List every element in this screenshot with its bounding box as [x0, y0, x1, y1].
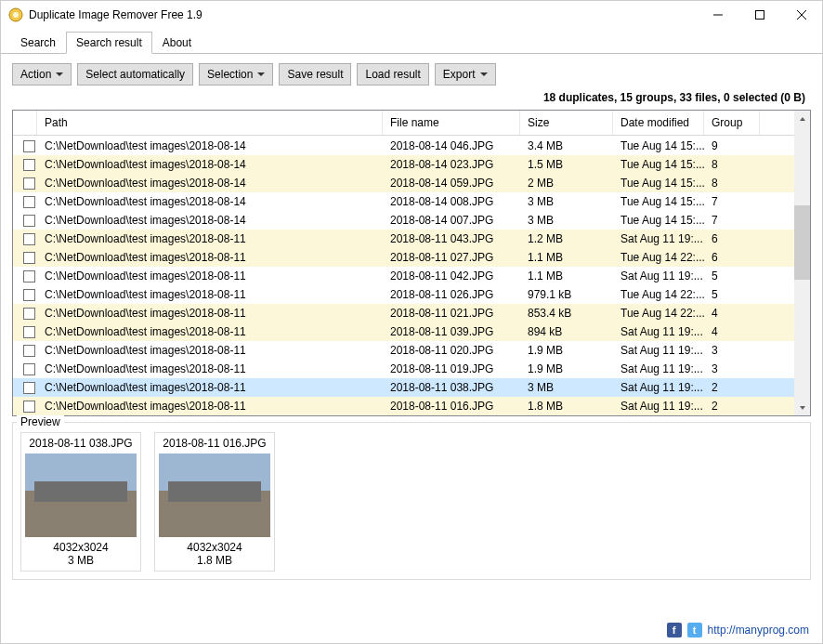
cell-group: 4 [704, 323, 760, 340]
cell-filename: 2018-08-11 019.JPG [383, 361, 520, 377]
svg-rect-3 [755, 11, 764, 20]
cell-group: 2 [704, 398, 760, 414]
table-row[interactable]: C:\NetDownload\test images\2018-08-14201… [13, 192, 794, 211]
scroll-thumb[interactable] [794, 205, 810, 280]
table-row[interactable]: C:\NetDownload\test images\2018-08-11201… [13, 248, 794, 267]
cell-size: 3 MB [520, 379, 613, 396]
row-checkbox[interactable] [23, 177, 35, 190]
cell-size: 3 MB [520, 212, 613, 229]
action-button[interactable]: Action [12, 63, 72, 85]
col-date[interactable]: Date modified [613, 111, 704, 135]
cell-group: 3 [704, 361, 760, 377]
row-checkbox[interactable] [23, 308, 35, 320]
cell-filename: 2018-08-14 008.JPG [383, 193, 520, 210]
table-row[interactable]: C:\NetDownload\test images\2018-08-11201… [13, 304, 794, 322]
cell-size: 1.8 MB [520, 398, 613, 414]
cell-size: 1.5 MB [520, 156, 613, 173]
svg-point-1 [13, 12, 19, 18]
row-checkbox[interactable] [23, 252, 35, 264]
tab-search-result[interactable]: Search result [66, 32, 152, 54]
maximize-button[interactable] [738, 2, 780, 29]
footer: f t http://manyprog.com [667, 623, 809, 637]
row-checkbox[interactable] [23, 140, 35, 152]
scrollbar[interactable] [794, 111, 810, 415]
cell-path: C:\NetDownload\test images\2018-08-11 [37, 342, 383, 359]
table-row[interactable]: C:\NetDownload\test images\2018-08-11201… [13, 397, 794, 415]
cell-path: C:\NetDownload\test images\2018-08-11 [37, 361, 383, 377]
scroll-track[interactable] [794, 126, 810, 400]
table-row[interactable]: C:\NetDownload\test images\2018-08-14201… [13, 155, 794, 174]
cell-group: 8 [704, 175, 760, 191]
close-button[interactable] [780, 2, 822, 29]
cell-date: Sat Aug 11 19:... [613, 230, 704, 247]
row-checkbox[interactable] [23, 233, 35, 245]
preview-thumb[interactable]: 2018-08-11 038.JPG4032x30243 MB [20, 432, 141, 572]
cell-group: 6 [704, 249, 760, 266]
cell-path: C:\NetDownload\test images\2018-08-11 [37, 398, 383, 414]
cell-size: 2 MB [520, 175, 613, 191]
cell-filename: 2018-08-11 026.JPG [383, 286, 520, 303]
row-checkbox[interactable] [23, 196, 35, 208]
row-checkbox[interactable] [23, 382, 35, 394]
cell-date: Tue Aug 14 15:... [613, 138, 704, 154]
scroll-up-icon[interactable] [794, 111, 810, 126]
website-link[interactable]: http://manyprog.com [708, 624, 809, 637]
export-button[interactable]: Export [435, 63, 496, 85]
table-row[interactable]: C:\NetDownload\test images\2018-08-14201… [13, 174, 794, 192]
col-group[interactable]: Group [704, 111, 760, 135]
cell-size: 853.4 kB [520, 305, 613, 322]
selection-button[interactable]: Selection [199, 63, 273, 85]
load-result-button[interactable]: Load result [357, 63, 428, 85]
tab-about[interactable]: About [152, 32, 202, 54]
row-checkbox[interactable] [23, 159, 35, 171]
row-checkbox[interactable] [23, 345, 35, 357]
thumb-filename: 2018-08-11 038.JPG [25, 437, 137, 450]
cell-group: 7 [704, 212, 760, 229]
minimize-button[interactable] [697, 2, 738, 29]
table-row[interactable]: C:\NetDownload\test images\2018-08-14201… [13, 211, 794, 230]
scroll-down-icon[interactable] [794, 400, 810, 415]
cell-path: C:\NetDownload\test images\2018-08-14 [37, 175, 383, 191]
app-icon [8, 7, 23, 22]
facebook-icon[interactable]: f [667, 623, 682, 637]
preview-thumb[interactable]: 2018-08-11 016.JPG4032x30241.8 MB [154, 432, 275, 572]
select-automatically-button[interactable]: Select automatically [77, 63, 193, 85]
cell-date: Sat Aug 11 19:... [613, 379, 704, 396]
col-checkbox[interactable] [13, 111, 37, 135]
row-checkbox[interactable] [23, 289, 35, 301]
tab-search[interactable]: Search [10, 32, 66, 54]
toolbar: Action Select automatically Selection Sa… [1, 54, 822, 91]
row-checkbox[interactable] [23, 363, 35, 375]
table-row[interactable]: C:\NetDownload\test images\2018-08-11201… [13, 322, 794, 341]
table-row[interactable]: C:\NetDownload\test images\2018-08-11201… [13, 267, 794, 285]
row-checkbox[interactable] [23, 401, 35, 413]
table-row[interactable]: C:\NetDownload\test images\2018-08-11201… [13, 341, 794, 360]
table-row[interactable]: C:\NetDownload\test images\2018-08-11201… [13, 360, 794, 378]
col-path[interactable]: Path [37, 111, 383, 135]
table-row[interactable]: C:\NetDownload\test images\2018-08-14201… [13, 137, 794, 155]
row-checkbox[interactable] [23, 270, 35, 283]
cell-date: Sat Aug 11 19:... [613, 398, 704, 414]
cell-size: 3.4 MB [520, 138, 613, 154]
cell-path: C:\NetDownload\test images\2018-08-11 [37, 323, 383, 340]
row-checkbox[interactable] [23, 215, 35, 227]
table-row[interactable]: C:\NetDownload\test images\2018-08-11201… [13, 285, 794, 304]
col-size[interactable]: Size [520, 111, 613, 135]
twitter-icon[interactable]: t [687, 623, 702, 637]
save-result-button[interactable]: Save result [279, 63, 351, 85]
cell-path: C:\NetDownload\test images\2018-08-14 [37, 156, 383, 173]
cell-filename: 2018-08-11 043.JPG [383, 230, 520, 247]
cell-date: Tue Aug 14 22:... [613, 305, 704, 322]
cell-date: Sat Aug 11 19:... [613, 268, 704, 284]
table-row[interactable]: C:\NetDownload\test images\2018-08-11201… [13, 230, 794, 248]
row-checkbox[interactable] [23, 326, 35, 338]
caret-down-icon [257, 72, 265, 76]
col-filename[interactable]: File name [383, 111, 520, 135]
table-row[interactable]: C:\NetDownload\test images\2018-08-11201… [13, 378, 794, 397]
cell-size: 894 kB [520, 323, 613, 340]
tabs: Search Search result About [1, 31, 822, 54]
cell-group: 7 [704, 193, 760, 210]
preview-panel: Preview 2018-08-11 038.JPG4032x30243 MB2… [12, 422, 811, 580]
cell-date: Tue Aug 14 22:... [613, 286, 704, 303]
thumb-filename: 2018-08-11 016.JPG [159, 437, 270, 450]
